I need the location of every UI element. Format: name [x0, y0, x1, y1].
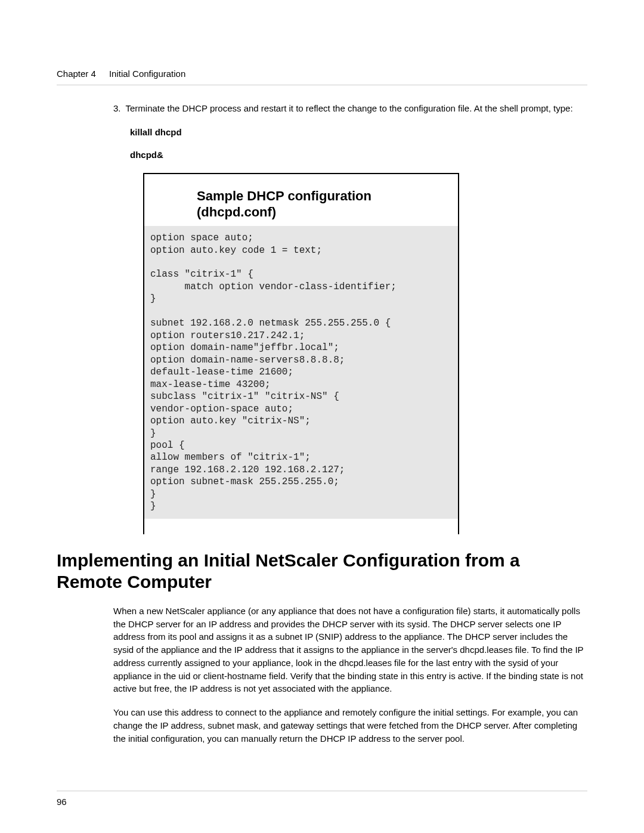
paragraph: You can use this address to connect to t…: [113, 706, 587, 745]
header-divider: [57, 85, 587, 85]
step-text: Terminate the DHCP process and restart i…: [126, 102, 587, 115]
step-number: 3.: [113, 102, 121, 115]
sample-config-box: Sample DHCP configuration (dhcpd.conf) o…: [143, 173, 459, 534]
command-line: killall dhcpd: [130, 126, 587, 139]
chapter-label: Chapter 4: [57, 69, 96, 79]
section-heading: Implementing an Initial NetScaler Config…: [57, 550, 587, 593]
step-item: 3. Terminate the DHCP process and restar…: [113, 102, 587, 115]
footer-divider: [57, 791, 587, 791]
page-number: 96: [57, 797, 67, 807]
command-block: killall dhcpd dhcpd&: [130, 126, 587, 162]
paragraph: When a new NetScaler appliance (or any a…: [113, 605, 587, 695]
page-header: Chapter 4 Initial Configuration: [57, 69, 587, 79]
command-line: dhcpd&: [130, 148, 587, 162]
sample-title: Sample DHCP configuration (dhcpd.conf): [197, 188, 434, 220]
code-block: option space auto; option auto.key code …: [144, 226, 458, 519]
chapter-title: Initial Configuration: [109, 69, 185, 79]
